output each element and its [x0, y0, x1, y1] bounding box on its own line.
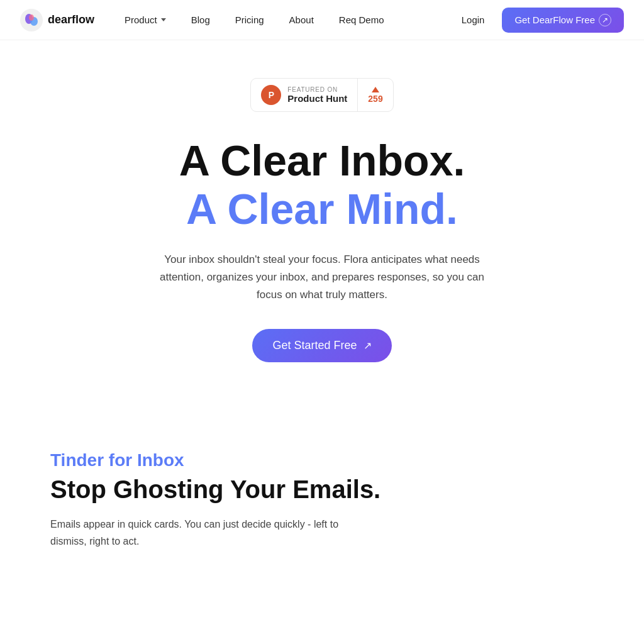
hero-title-line1: A Clear Inbox. [179, 137, 465, 184]
hero-cta-button[interactable]: Get Started Free ↗ [252, 329, 391, 362]
login-link[interactable]: Login [454, 9, 492, 30]
nav-cta-button[interactable]: Get DearFlow Free ↗ [502, 8, 624, 33]
svg-point-3 [29, 14, 34, 21]
arrow-icon: ↗ [599, 14, 611, 26]
features-tag: Tinder for Inbox [50, 450, 594, 470]
product-hunt-badge[interactable]: P FEATURED ON Product Hunt 259 [250, 78, 393, 112]
nav-right: Login Get DearFlow Free ↗ [454, 8, 624, 33]
logo-link[interactable]: dearflow [20, 9, 94, 31]
nav-item-product[interactable]: Product [114, 9, 176, 30]
hero-subtitle: Your inbox shouldn't steal your focus. F… [146, 251, 498, 304]
brand-name: dearflow [48, 13, 94, 26]
ph-left: P FEATURED ON Product Hunt [251, 79, 358, 111]
logo-icon [20, 9, 43, 31]
features-section: Tinder for Inbox Stop Ghosting Your Emai… [0, 413, 644, 575]
ph-upvote-arrow-icon [372, 87, 379, 92]
navbar: dearflow Product Blog Pricing About Req … [0, 0, 644, 40]
ph-text: FEATURED ON Product Hunt [287, 86, 347, 104]
nav-links: Product Blog Pricing About Req Demo [114, 9, 454, 30]
ph-right: 259 [358, 82, 392, 109]
features-description: Emails appear in quick cards. You can ju… [50, 516, 352, 550]
chevron-down-icon [161, 18, 166, 21]
hero-section: P FEATURED ON Product Hunt 259 A Clear I… [0, 40, 644, 413]
features-title: Stop Ghosting Your Emails. [50, 475, 594, 504]
cta-arrow-icon: ↗ [364, 340, 372, 352]
nav-item-pricing[interactable]: Pricing [225, 9, 274, 30]
nav-item-blog[interactable]: Blog [181, 9, 220, 30]
ph-logo: P [261, 85, 281, 105]
nav-item-req-demo[interactable]: Req Demo [329, 9, 394, 30]
nav-item-about[interactable]: About [279, 9, 324, 30]
hero-title-line2: A Clear Mind. [186, 184, 458, 233]
